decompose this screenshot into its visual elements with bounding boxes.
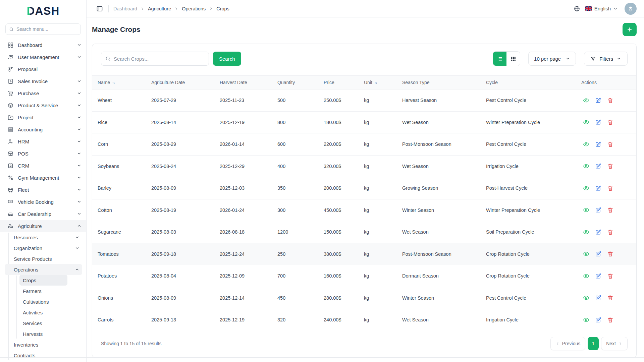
cell-season-type: Growing Season [397,185,481,191]
sidebar-item-farmers[interactable]: Farmers [19,286,67,296]
next-page-button[interactable]: Next [601,337,628,350]
cell-cycle: Soil Preparation Cycle [481,229,576,235]
search-button[interactable]: Search [213,52,241,66]
sidebar-item-activities[interactable]: Activities [19,307,67,318]
globe-button[interactable] [574,5,580,12]
sort-icon[interactable]: ↑↓ [374,80,377,84]
cell-name: Cotton [92,207,146,213]
delete-button[interactable] [607,229,613,235]
cell-name: Rice [92,120,146,125]
sidebar-item-user-management[interactable]: User Management [0,51,86,63]
previous-page-button[interactable]: Previous [550,337,585,350]
view-button[interactable] [583,185,589,191]
edit-button[interactable] [595,251,601,257]
edit-button[interactable] [595,97,601,104]
column-header-price[interactable]: Price [318,80,359,85]
sidebar-item-harvests[interactable]: Harvests [19,328,67,339]
sidebar-search [5,23,81,35]
delete-button[interactable] [607,273,613,279]
view-button[interactable] [583,119,589,125]
sidebar-search-input[interactable] [16,26,77,32]
sidebar-item-hrm[interactable]: HRM [0,135,86,147]
sidebar-item-crops[interactable]: Crops [19,275,67,286]
crops-search-input[interactable] [114,56,205,62]
sort-icon[interactable]: ↑↓ [112,80,114,84]
grid-view-button[interactable] [506,52,520,66]
view-button[interactable] [583,295,589,301]
sidebar-item-vehicle-booking[interactable]: Vehicle Booking [0,196,86,208]
column-header-name[interactable]: Name↑↓ [92,80,146,85]
sidebar-item-sales-invoice[interactable]: Sales Invoice [0,75,86,87]
view-button[interactable] [583,97,589,104]
view-button[interactable] [583,207,589,213]
sidebar-item-project[interactable]: Project [0,111,86,123]
delete-button[interactable] [607,163,613,169]
add-crop-button[interactable] [623,23,637,36]
delete-button[interactable] [607,119,613,125]
table-row: Corn 2025-08-29 2026-01-14 600 220.00$ k… [92,133,636,156]
column-header-quantity[interactable]: Quantity [272,80,318,85]
column-header-agriculture-date[interactable]: Agriculture Date [146,80,214,85]
breadcrumb-operations[interactable]: Operations [182,6,206,11]
edit-button[interactable] [595,207,601,213]
breadcrumb-dashboard[interactable]: Dashboard [113,6,137,11]
sidebar-item-resources[interactable]: Resources [0,232,86,243]
edit-button[interactable] [595,185,601,191]
column-header-unit[interactable]: Unit↑↓ [359,80,397,85]
sidebar-item-crm[interactable]: CRM [0,160,86,172]
breadcrumb-crops[interactable]: Crops [216,6,229,11]
user-avatar[interactable] [625,3,637,15]
list-view-button[interactable] [493,52,506,66]
view-button[interactable] [583,273,589,279]
per-page-select[interactable]: 10 per page [528,52,576,66]
sidebar-item-proposal[interactable]: Proposal [0,63,86,75]
sidebar-item-cultivations[interactable]: Cultivations [19,296,67,307]
view-button[interactable] [583,317,589,323]
edit-button[interactable] [595,141,601,147]
edit-button[interactable] [595,229,601,235]
cell-harvest-date: 2026-08-18 [214,229,272,235]
sidebar-item-gym-management[interactable]: Gym Management [0,172,86,184]
breadcrumb-agriculture[interactable]: Agriculture [148,6,171,11]
sidebar-item-operations[interactable]: Operations [5,264,82,275]
sidebar-item-car-dealership[interactable]: Car Dealership [0,208,86,220]
delete-button[interactable] [607,141,613,147]
sidebar-item-services[interactable]: Services [19,318,67,328]
table-header: Name↑↓ Agriculture Date Harvest Date Qua… [92,75,636,89]
delete-button[interactable] [607,317,613,323]
edit-button[interactable] [595,295,601,301]
delete-button[interactable] [607,207,613,213]
sidebar-item-inventories[interactable]: Inventories [0,339,86,350]
view-button[interactable] [583,251,589,257]
sidebar-item-contracts[interactable]: Contracts [0,350,86,361]
view-button[interactable] [583,141,589,147]
sidebar-item-purchase[interactable]: Purchase [0,87,86,99]
page-number-button[interactable]: 1 [588,337,599,350]
sidebar-item-service-products[interactable]: Service Products [0,253,86,264]
view-button[interactable] [583,163,589,169]
sidebar-item-agriculture[interactable]: Agriculture [0,220,86,232]
column-header-season-type[interactable]: Season Type [397,80,481,85]
sidebar-item-fleet[interactable]: Fleet [0,184,86,196]
filters-button[interactable]: Filters [584,52,628,66]
delete-button[interactable] [607,295,613,301]
edit-button[interactable] [595,273,601,279]
eye-icon [583,141,589,147]
sidebar-collapse-button[interactable] [96,5,104,12]
edit-button[interactable] [595,119,601,125]
delete-button[interactable] [607,185,613,191]
view-button[interactable] [583,229,589,235]
sidebar-item-product-service[interactable]: Product & Service [0,99,86,111]
sidebar-item-dashboard[interactable]: Dashboard [0,39,86,51]
delete-button[interactable] [607,97,613,104]
chevron-right-icon [209,7,213,11]
edit-button[interactable] [595,163,601,169]
sidebar-item-accounting[interactable]: Accounting [0,123,86,135]
sidebar-item-pos[interactable]: POS [0,147,86,160]
column-header-harvest-date[interactable]: Harvest Date [214,80,272,85]
column-header-cycle[interactable]: Cycle [481,80,576,85]
edit-button[interactable] [595,317,601,323]
language-selector[interactable]: English [585,6,618,11]
sidebar-item-organization[interactable]: Organization [0,243,86,253]
delete-button[interactable] [607,251,613,257]
